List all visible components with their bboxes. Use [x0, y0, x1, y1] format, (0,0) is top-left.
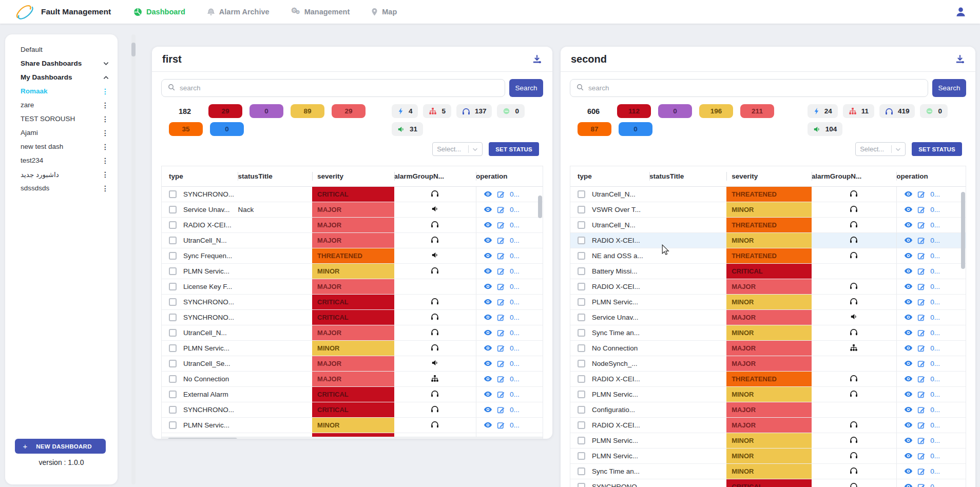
table-row[interactable]: Configuratio... MAJOR 0... — [570, 402, 966, 418]
edit-icon[interactable] — [917, 437, 926, 445]
kebab-menu-icon[interactable]: ⋮ — [102, 171, 109, 178]
more-operations[interactable]: 0... — [510, 360, 520, 367]
sidebar-dashboard-item[interactable]: داشبورد جدید⋮ — [5, 167, 118, 181]
row-checkbox[interactable] — [169, 360, 177, 367]
row-checkbox[interactable] — [169, 314, 177, 321]
table-row[interactable]: SYNCHRONO... CRITICAL 0... — [162, 310, 543, 325]
view-icon[interactable] — [904, 283, 913, 290]
row-checkbox[interactable] — [578, 467, 585, 475]
edit-icon[interactable] — [497, 206, 505, 214]
row-checkbox[interactable] — [578, 237, 585, 244]
row-checkbox[interactable] — [578, 344, 585, 352]
edit-icon[interactable] — [917, 221, 926, 229]
search-input[interactable] — [180, 84, 498, 92]
kebab-menu-icon[interactable]: ⋮ — [102, 102, 109, 109]
view-icon[interactable] — [484, 283, 492, 290]
download-icon[interactable] — [532, 54, 542, 64]
row-checkbox[interactable] — [578, 190, 585, 198]
status-select-dropdown[interactable]: Select... — [432, 142, 483, 156]
view-icon[interactable] — [904, 268, 913, 275]
table-row[interactable]: Battery Missi... CRITICAL 0... — [570, 264, 966, 279]
edit-icon[interactable] — [917, 237, 926, 245]
kebab-menu-icon[interactable]: ⋮ — [102, 88, 109, 95]
view-icon[interactable] — [904, 237, 913, 244]
more-operations[interactable]: 0... — [510, 283, 520, 290]
row-checkbox[interactable] — [578, 221, 585, 229]
view-icon[interactable] — [904, 468, 913, 475]
view-icon[interactable] — [904, 391, 913, 398]
kebab-menu-icon[interactable]: ⋮ — [102, 115, 109, 123]
edit-icon[interactable] — [497, 344, 505, 353]
horizontal-scrollbar[interactable] — [162, 437, 543, 439]
table-row[interactable]: NE and OSS a... THREATENED 0... — [570, 248, 966, 264]
table-row[interactable]: PLMN Servic... MINOR 0... — [570, 433, 966, 449]
view-icon[interactable] — [484, 252, 492, 260]
more-operations[interactable]: 0... — [510, 221, 520, 229]
more-operations[interactable]: 0... — [510, 190, 520, 198]
view-icon[interactable] — [904, 376, 913, 383]
table-row[interactable]: UtranCell_N... MAJOR 0... — [162, 233, 543, 248]
view-icon[interactable] — [484, 237, 492, 244]
content-scrollbar-thumb[interactable] — [131, 43, 136, 56]
table-row[interactable]: PLMN Servic... MINOR 0... — [162, 341, 543, 356]
download-icon[interactable] — [955, 54, 965, 64]
row-checkbox[interactable] — [169, 267, 177, 275]
row-checkbox[interactable] — [169, 283, 177, 290]
edit-icon[interactable] — [917, 298, 926, 306]
sidebar-dashboard-item[interactable]: new test dash⋮ — [5, 140, 118, 153]
table-row[interactable]: CRITICAL 0... — [162, 433, 543, 437]
more-operations[interactable]: 0... — [930, 252, 940, 260]
more-operations[interactable]: 0... — [510, 406, 520, 414]
table-row[interactable]: Sync Time an... MINOR 0... — [570, 464, 966, 479]
nav-management[interactable]: ⚙⚙ Management — [291, 7, 350, 16]
horizontal-scrollbar-thumb[interactable] — [168, 438, 237, 439]
search-input[interactable] — [588, 84, 921, 92]
more-operations[interactable]: 0... — [510, 267, 520, 275]
more-operations[interactable]: 0... — [930, 237, 940, 244]
table-row[interactable]: PLMN Servic... MINOR 0... — [570, 449, 966, 464]
nav-alarm-archive[interactable]: Alarm Archive — [207, 8, 270, 16]
view-icon[interactable] — [904, 406, 913, 414]
set-status-button[interactable]: SET STATUS — [912, 142, 962, 156]
status-select-dropdown[interactable]: Select... — [855, 142, 906, 156]
row-checkbox[interactable] — [578, 360, 585, 367]
row-checkbox[interactable] — [169, 221, 177, 229]
more-operations[interactable]: 0... — [930, 452, 940, 460]
table-scrollbar-thumb[interactable] — [961, 192, 965, 269]
view-icon[interactable] — [484, 406, 492, 414]
view-icon[interactable] — [904, 360, 913, 367]
row-checkbox[interactable] — [578, 267, 585, 275]
table-row[interactable]: PLMN Servic... MINOR 0... — [162, 264, 543, 279]
sidebar-dashboard-item[interactable]: test234⋮ — [5, 153, 118, 167]
edit-icon[interactable] — [917, 267, 926, 276]
table-row[interactable]: PLMN Servic... MINOR 0... — [570, 387, 966, 402]
edit-icon[interactable] — [917, 421, 926, 430]
more-operations[interactable]: 0... — [930, 483, 940, 487]
edit-icon[interactable] — [917, 406, 926, 414]
view-icon[interactable] — [904, 222, 913, 229]
more-operations[interactable]: 0... — [510, 391, 520, 398]
table-row[interactable]: RADIO X-CEI... MAJOR 0... — [162, 218, 543, 233]
view-icon[interactable] — [484, 329, 492, 337]
more-operations[interactable]: 0... — [930, 314, 940, 321]
edit-icon[interactable] — [917, 329, 926, 337]
edit-icon[interactable] — [497, 421, 505, 430]
more-operations[interactable]: 0... — [930, 267, 940, 275]
table-row[interactable]: VSWR Over T... MINOR 0... — [570, 202, 966, 218]
row-checkbox[interactable] — [169, 252, 177, 260]
user-profile-icon[interactable] — [955, 6, 967, 18]
row-checkbox[interactable] — [578, 483, 585, 487]
sidebar-dashboard-item[interactable]: Ajami⋮ — [5, 126, 118, 140]
row-checkbox[interactable] — [578, 283, 585, 290]
view-icon[interactable] — [484, 422, 492, 429]
more-operations[interactable]: 0... — [930, 391, 940, 398]
table-row[interactable]: PLMN Servic... MINOR 0... — [162, 418, 543, 433]
sidebar-dashboard-item[interactable]: TEST SOROUSH⋮ — [5, 112, 118, 126]
edit-icon[interactable] — [917, 360, 926, 368]
row-checkbox[interactable] — [578, 314, 585, 321]
row-checkbox[interactable] — [169, 391, 177, 398]
edit-icon[interactable] — [497, 391, 505, 399]
new-dashboard-button[interactable]: + NEW DASHBOARD — [15, 439, 106, 454]
row-checkbox[interactable] — [169, 206, 177, 213]
more-operations[interactable]: 0... — [930, 375, 940, 383]
